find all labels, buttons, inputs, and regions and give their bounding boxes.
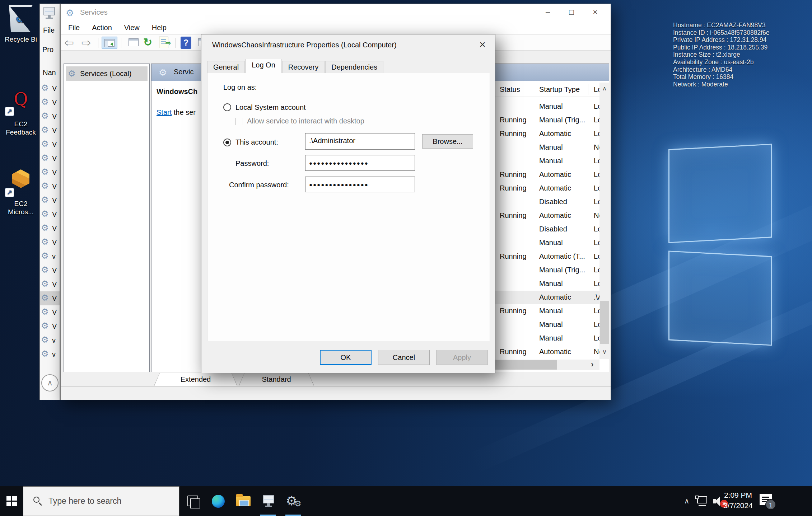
strip-service-row[interactable]: ⚙V (40, 319, 60, 333)
strip-service-row[interactable]: ⚙V (40, 165, 60, 179)
desktop-icon-recycle-bin[interactable]: ♻ Recycle Bi (1, 5, 41, 43)
minimize-button[interactable]: – (536, 4, 560, 21)
strip-service-row[interactable]: ⚙V (40, 95, 60, 109)
action-center-button[interactable]: 1 (760, 493, 775, 508)
forward-button[interactable]: ⇨ (81, 37, 91, 49)
cell-startup-type: Manual (539, 143, 592, 151)
export-list-button[interactable]: ⇨ (159, 37, 168, 48)
strip-service-row[interactable]: ⚙v (40, 333, 60, 347)
menu-file[interactable]: File (68, 24, 80, 32)
cell-logon-as: .\A (594, 293, 599, 301)
strip-service-row[interactable]: ⚙V (40, 151, 60, 165)
show-console-tree-button[interactable] (102, 37, 117, 49)
dialog-tab-recovery[interactable]: Recovery (282, 61, 325, 73)
menu-view[interactable]: View (124, 24, 140, 32)
scroll-up-icon[interactable]: ∧ (599, 83, 610, 95)
tray-chevron-icon[interactable]: ∧ (681, 495, 693, 507)
dialog-close-button[interactable]: × (474, 37, 491, 53)
cancel-button[interactable]: Cancel (378, 350, 430, 365)
start-service-link[interactable]: Start (157, 108, 172, 116)
strip-service-row[interactable]: ⚙V (40, 235, 60, 249)
column-header-startup-type[interactable]: Startup Type (539, 85, 580, 94)
collapse-chevron-button[interactable]: ∧ (41, 374, 59, 391)
task-view-button[interactable] (182, 486, 203, 516)
view-tabs: ExtendedStandard (61, 373, 611, 386)
cell-startup-type: Automatic (539, 130, 592, 138)
desktop-icon-ec2-feedback[interactable]: Q ↗ EC2 Feedback (1, 90, 41, 136)
strip-service-row[interactable]: ⚙V (40, 291, 60, 305)
amazon-q-icon: Q (1, 90, 41, 108)
strip-service-row[interactable]: ⚙v (40, 249, 60, 263)
strip-service-row[interactable]: ⚙V (40, 179, 60, 193)
allow-desktop-checkbox (235, 118, 243, 125)
perfmon-taskbar-button[interactable] (258, 486, 279, 516)
scroll-down-icon[interactable]: ∨ (599, 346, 610, 359)
strip-service-row[interactable]: ⚙V (40, 123, 60, 137)
ok-button[interactable]: OK (320, 350, 372, 365)
this-account-radio[interactable] (223, 139, 231, 146)
system-info-line: Hostname : EC2AMAZ-FAN98V3 (673, 22, 806, 29)
strip-service-row[interactable]: ⚙V (40, 207, 60, 221)
gear-icon: ⚙ (41, 307, 49, 316)
strip-service-row[interactable]: ⚙V (40, 277, 60, 291)
taskbar-search[interactable]: Type here to search (23, 486, 179, 516)
file-explorer-button[interactable] (233, 486, 253, 516)
background-menu-file[interactable]: File (43, 26, 55, 34)
column-separator[interactable] (535, 84, 535, 95)
view-tab-standard[interactable]: Standard (239, 373, 314, 386)
taskbar-clock[interactable]: 2:09 PM 3/7/2024 (721, 490, 755, 511)
toolbar-separator (176, 38, 176, 48)
selected-service-name: WindowsCh (157, 88, 197, 96)
vertical-scrollbar[interactable]: ∧ ∨ (599, 83, 610, 359)
menu-help[interactable]: Help (152, 24, 167, 32)
network-icon[interactable] (695, 496, 709, 507)
gear-icon: ⚙ (41, 97, 49, 107)
strip-service-row[interactable]: ⚙V (40, 109, 60, 123)
scrollbar-thumb[interactable] (600, 301, 609, 344)
dialog-tab-log-on[interactable]: Log On (246, 59, 281, 73)
strip-service-label: V (52, 210, 57, 219)
start-button[interactable] (0, 486, 23, 516)
edge-browser-button[interactable] (207, 486, 228, 516)
close-button[interactable]: × (583, 4, 607, 21)
view-tab-extended[interactable]: Extended (154, 373, 237, 386)
gear-icon: ⚙ (41, 83, 49, 93)
this-account-label[interactable]: This account: (235, 138, 278, 146)
column-header-status[interactable]: Status (500, 85, 520, 94)
password-input[interactable]: ●●●●●●●●●●●●●●● (305, 155, 415, 171)
cell-status: Running (500, 116, 527, 124)
tree-item-services-local[interactable]: ⚙ Services (Local) (66, 66, 148, 81)
local-system-label[interactable]: Local System account (235, 103, 306, 112)
scroll-right-icon[interactable]: › (585, 360, 599, 370)
maximize-button[interactable]: □ (560, 4, 583, 21)
confirm-password-input[interactable]: ●●●●●●●●●●●●●●● (305, 177, 415, 192)
strip-service-row[interactable]: ⚙V (40, 263, 60, 277)
services-titlebar[interactable]: ⚙ Services – □ × (61, 4, 611, 21)
services-taskbar-button[interactable]: ⚙⚙ (283, 486, 304, 516)
strip-service-row[interactable]: ⚙v (40, 347, 60, 361)
strip-service-row[interactable]: ⚙V (40, 221, 60, 235)
strip-service-row[interactable]: ⚙V (40, 137, 60, 151)
background-name-column-header[interactable]: Nan (43, 69, 56, 77)
help-button[interactable]: ? (181, 37, 191, 49)
gear-icon: ⚙ (41, 139, 49, 149)
local-system-radio[interactable] (223, 103, 231, 111)
system-info-line: Availability Zone : us-east-2b (673, 58, 806, 66)
strip-service-row[interactable]: ⚙V (40, 305, 60, 319)
dialog-tab-dependencies[interactable]: Dependencies (325, 61, 383, 73)
desktop-icon-label: Feedback (1, 128, 41, 136)
strip-service-row[interactable]: ⚙V (40, 193, 60, 207)
column-separator[interactable] (588, 84, 588, 95)
back-button[interactable]: ⇦ (64, 37, 74, 49)
refresh-button[interactable]: ↻ (143, 37, 152, 48)
cell-logon-as: Lo (594, 320, 599, 329)
browse-button[interactable]: Browse... (422, 134, 473, 149)
strip-service-row[interactable]: ⚙V (40, 81, 60, 95)
properties-button[interactable] (126, 37, 142, 49)
menu-action[interactable]: Action (92, 24, 112, 32)
gear-icon: ⚙ (41, 167, 49, 177)
cell-status: Running (500, 307, 527, 315)
desktop-icon-ec2-microsoft[interactable]: ↗ EC2 Micros... (1, 169, 41, 216)
account-input[interactable]: .\Administrator (305, 133, 415, 150)
dialog-tab-general[interactable]: General (207, 61, 245, 73)
